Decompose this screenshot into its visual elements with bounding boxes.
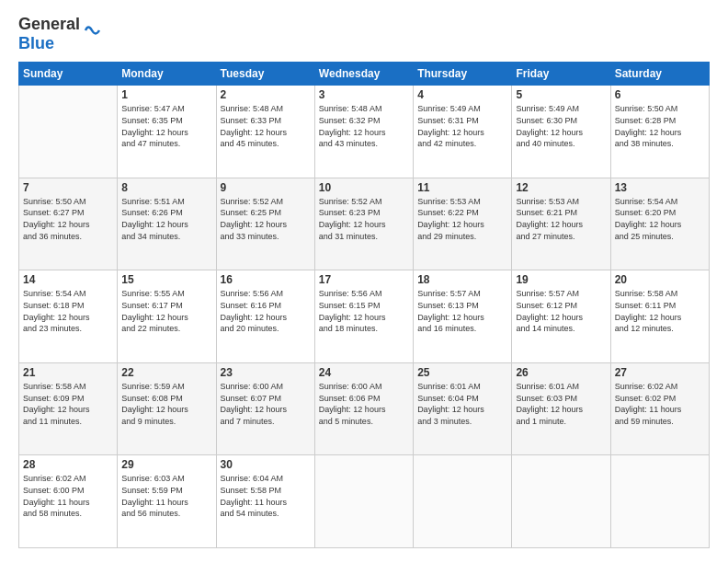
day-info: Sunrise: 6:02 AM Sunset: 6:00 PM Dayligh… bbox=[23, 473, 113, 519]
day-number: 12 bbox=[516, 181, 606, 194]
day-info: Sunrise: 5:54 AM Sunset: 6:18 PM Dayligh… bbox=[23, 288, 113, 334]
day-number: 13 bbox=[615, 181, 705, 194]
calendar-cell: 7Sunrise: 5:50 AM Sunset: 6:27 PM Daylig… bbox=[19, 178, 118, 270]
calendar-cell: 11Sunrise: 5:53 AM Sunset: 6:22 PM Dayli… bbox=[414, 178, 512, 270]
day-info: Sunrise: 5:51 AM Sunset: 6:26 PM Dayligh… bbox=[121, 196, 211, 242]
calendar-cell: 8Sunrise: 5:51 AM Sunset: 6:26 PM Daylig… bbox=[118, 178, 216, 270]
day-header-sunday: Sunday bbox=[19, 63, 118, 86]
day-info: Sunrise: 5:58 AM Sunset: 6:11 PM Dayligh… bbox=[615, 288, 705, 334]
calendar-week-row: 21Sunrise: 5:58 AM Sunset: 6:09 PM Dayli… bbox=[19, 362, 710, 455]
calendar-cell: 15Sunrise: 5:55 AM Sunset: 6:17 PM Dayli… bbox=[118, 270, 216, 363]
calendar-cell: 3Sunrise: 5:48 AM Sunset: 6:32 PM Daylig… bbox=[314, 86, 413, 178]
day-number: 1 bbox=[121, 88, 211, 101]
day-info: Sunrise: 6:00 AM Sunset: 6:06 PM Dayligh… bbox=[319, 381, 409, 427]
day-number: 3 bbox=[319, 88, 409, 101]
calendar-cell: 14Sunrise: 5:54 AM Sunset: 6:18 PM Dayli… bbox=[19, 270, 118, 363]
logo: General Blue bbox=[18, 15, 102, 52]
day-info: Sunrise: 5:47 AM Sunset: 6:35 PM Dayligh… bbox=[121, 103, 211, 149]
calendar-cell: 23Sunrise: 6:00 AM Sunset: 6:07 PM Dayli… bbox=[216, 362, 314, 455]
day-info: Sunrise: 6:03 AM Sunset: 5:59 PM Dayligh… bbox=[121, 473, 211, 519]
calendar-cell: 30Sunrise: 6:04 AM Sunset: 5:58 PM Dayli… bbox=[216, 455, 314, 548]
day-header-thursday: Thursday bbox=[414, 63, 512, 86]
day-info: Sunrise: 5:49 AM Sunset: 6:31 PM Dayligh… bbox=[417, 103, 507, 149]
page: General Blue SundayMondayTuesdayWednesda… bbox=[0, 0, 728, 563]
day-number: 22 bbox=[121, 366, 211, 379]
calendar-cell: 5Sunrise: 5:49 AM Sunset: 6:30 PM Daylig… bbox=[512, 86, 610, 178]
day-number: 28 bbox=[23, 458, 113, 471]
day-number: 10 bbox=[319, 181, 409, 194]
day-info: Sunrise: 5:57 AM Sunset: 6:13 PM Dayligh… bbox=[417, 288, 507, 334]
day-info: Sunrise: 5:56 AM Sunset: 6:16 PM Dayligh… bbox=[221, 288, 311, 334]
day-number: 15 bbox=[121, 273, 211, 286]
calendar-cell: 26Sunrise: 6:01 AM Sunset: 6:03 PM Dayli… bbox=[512, 362, 610, 455]
calendar-cell: 10Sunrise: 5:52 AM Sunset: 6:23 PM Dayli… bbox=[314, 178, 413, 270]
day-number: 6 bbox=[615, 88, 705, 101]
day-number: 5 bbox=[516, 88, 606, 101]
day-number: 21 bbox=[23, 366, 113, 379]
day-info: Sunrise: 6:00 AM Sunset: 6:07 PM Dayligh… bbox=[221, 381, 311, 427]
day-number: 7 bbox=[23, 181, 113, 194]
day-header-monday: Monday bbox=[118, 63, 216, 86]
calendar-cell: 25Sunrise: 6:01 AM Sunset: 6:04 PM Dayli… bbox=[414, 362, 512, 455]
day-number: 17 bbox=[319, 273, 409, 286]
day-number: 27 bbox=[615, 366, 705, 379]
day-number: 18 bbox=[417, 273, 507, 286]
calendar-cell: 21Sunrise: 5:58 AM Sunset: 6:09 PM Dayli… bbox=[19, 362, 118, 455]
calendar-cell: 6Sunrise: 5:50 AM Sunset: 6:28 PM Daylig… bbox=[610, 86, 709, 178]
day-info: Sunrise: 6:02 AM Sunset: 6:02 PM Dayligh… bbox=[615, 381, 705, 427]
calendar-cell: 2Sunrise: 5:48 AM Sunset: 6:33 PM Daylig… bbox=[216, 86, 314, 178]
header: General Blue bbox=[18, 15, 710, 52]
calendar-cell bbox=[512, 455, 610, 548]
day-number: 24 bbox=[319, 366, 409, 379]
calendar-cell: 4Sunrise: 5:49 AM Sunset: 6:31 PM Daylig… bbox=[414, 86, 512, 178]
day-info: Sunrise: 6:04 AM Sunset: 5:58 PM Dayligh… bbox=[221, 473, 311, 519]
day-info: Sunrise: 5:48 AM Sunset: 6:32 PM Dayligh… bbox=[319, 103, 409, 149]
day-info: Sunrise: 5:58 AM Sunset: 6:09 PM Dayligh… bbox=[23, 381, 113, 427]
day-info: Sunrise: 6:01 AM Sunset: 6:04 PM Dayligh… bbox=[417, 381, 507, 427]
day-header-wednesday: Wednesday bbox=[314, 63, 413, 86]
day-number: 20 bbox=[615, 273, 705, 286]
day-info: Sunrise: 6:01 AM Sunset: 6:03 PM Dayligh… bbox=[516, 381, 606, 427]
day-info: Sunrise: 5:56 AM Sunset: 6:15 PM Dayligh… bbox=[319, 288, 409, 334]
day-info: Sunrise: 5:59 AM Sunset: 6:08 PM Dayligh… bbox=[121, 381, 211, 427]
day-number: 11 bbox=[417, 181, 507, 194]
logo-blue: Blue bbox=[18, 34, 80, 53]
day-header-friday: Friday bbox=[512, 63, 610, 86]
calendar-cell bbox=[314, 455, 413, 548]
calendar-cell: 18Sunrise: 5:57 AM Sunset: 6:13 PM Dayli… bbox=[414, 270, 512, 363]
calendar-week-row: 14Sunrise: 5:54 AM Sunset: 6:18 PM Dayli… bbox=[19, 270, 710, 363]
calendar-cell: 22Sunrise: 5:59 AM Sunset: 6:08 PM Dayli… bbox=[118, 362, 216, 455]
calendar-table: SundayMondayTuesdayWednesdayThursdayFrid… bbox=[18, 62, 710, 548]
calendar-cell: 19Sunrise: 5:57 AM Sunset: 6:12 PM Dayli… bbox=[512, 270, 610, 363]
day-info: Sunrise: 5:53 AM Sunset: 6:22 PM Dayligh… bbox=[417, 196, 507, 242]
day-info: Sunrise: 5:57 AM Sunset: 6:12 PM Dayligh… bbox=[516, 288, 606, 334]
calendar-cell bbox=[414, 455, 512, 548]
day-number: 14 bbox=[23, 273, 113, 286]
day-info: Sunrise: 5:49 AM Sunset: 6:30 PM Dayligh… bbox=[516, 103, 606, 149]
day-info: Sunrise: 5:50 AM Sunset: 6:27 PM Dayligh… bbox=[23, 196, 113, 242]
day-info: Sunrise: 5:55 AM Sunset: 6:17 PM Dayligh… bbox=[121, 288, 211, 334]
day-info: Sunrise: 5:50 AM Sunset: 6:28 PM Dayligh… bbox=[615, 103, 705, 149]
calendar-week-row: 7Sunrise: 5:50 AM Sunset: 6:27 PM Daylig… bbox=[19, 178, 710, 270]
calendar-cell bbox=[19, 86, 118, 178]
day-number: 9 bbox=[221, 181, 311, 194]
calendar-cell: 17Sunrise: 5:56 AM Sunset: 6:15 PM Dayli… bbox=[314, 270, 413, 363]
calendar-cell: 9Sunrise: 5:52 AM Sunset: 6:25 PM Daylig… bbox=[216, 178, 314, 270]
calendar-week-row: 1Sunrise: 5:47 AM Sunset: 6:35 PM Daylig… bbox=[19, 86, 710, 178]
day-number: 8 bbox=[121, 181, 211, 194]
day-info: Sunrise: 5:53 AM Sunset: 6:21 PM Dayligh… bbox=[516, 196, 606, 242]
day-header-tuesday: Tuesday bbox=[216, 63, 314, 86]
calendar-cell: 27Sunrise: 6:02 AM Sunset: 6:02 PM Dayli… bbox=[610, 362, 709, 455]
calendar-cell: 29Sunrise: 6:03 AM Sunset: 5:59 PM Dayli… bbox=[118, 455, 216, 548]
day-number: 30 bbox=[221, 458, 311, 471]
calendar-cell: 20Sunrise: 5:58 AM Sunset: 6:11 PM Dayli… bbox=[610, 270, 709, 363]
calendar-cell bbox=[610, 455, 709, 548]
day-number: 16 bbox=[221, 273, 311, 286]
day-number: 2 bbox=[221, 88, 311, 101]
day-info: Sunrise: 5:48 AM Sunset: 6:33 PM Dayligh… bbox=[221, 103, 311, 149]
calendar-cell: 13Sunrise: 5:54 AM Sunset: 6:20 PM Dayli… bbox=[610, 178, 709, 270]
day-number: 29 bbox=[121, 458, 211, 471]
calendar-cell: 16Sunrise: 5:56 AM Sunset: 6:16 PM Dayli… bbox=[216, 270, 314, 363]
calendar-cell: 28Sunrise: 6:02 AM Sunset: 6:00 PM Dayli… bbox=[19, 455, 118, 548]
day-header-saturday: Saturday bbox=[610, 63, 709, 86]
